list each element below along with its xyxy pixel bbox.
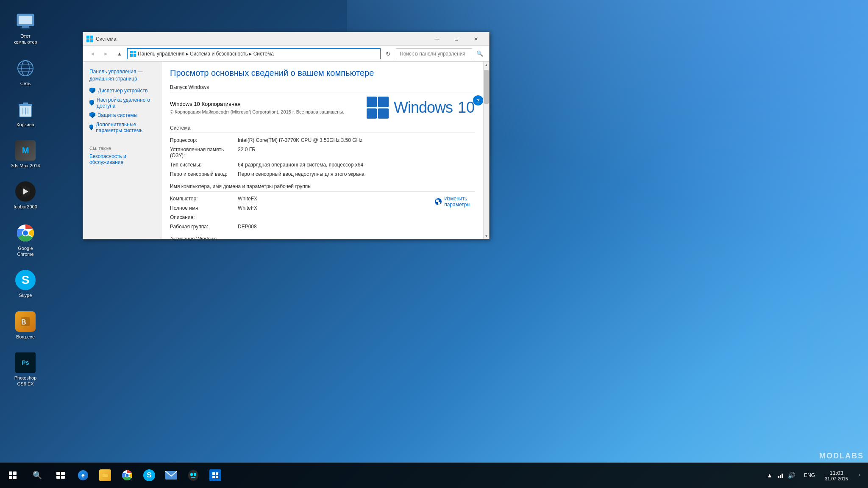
start-button[interactable] bbox=[0, 463, 25, 488]
svg-rect-33 bbox=[56, 476, 60, 479]
sidebar-link-remote-access[interactable]: Настройка удаленного доступа bbox=[83, 95, 161, 111]
tray-network-icon[interactable] bbox=[776, 471, 785, 480]
scroll-down-button[interactable]: ▼ bbox=[484, 233, 490, 239]
desktop-icon-network[interactable]: Сеть bbox=[8, 56, 42, 89]
start-sq-3 bbox=[9, 476, 12, 479]
sidebar-link-advanced-params[interactable]: Дополнительные параметры системы bbox=[83, 120, 161, 135]
svg-point-37 bbox=[126, 474, 129, 477]
search-button[interactable]: 🔍 bbox=[474, 48, 486, 60]
network-icon-label: Сеть bbox=[20, 80, 31, 86]
chrome-icon-label: Google Chrome bbox=[11, 245, 40, 258]
svg-rect-32 bbox=[61, 472, 65, 475]
foobar-icon-label: foobar2000 bbox=[14, 204, 37, 210]
svg-rect-42 bbox=[212, 472, 215, 475]
system-type-label: Тип системы: bbox=[170, 162, 238, 168]
win-logo-tl bbox=[367, 97, 377, 107]
mods-watermark: MODLABS bbox=[819, 452, 864, 460]
win-logo-bl bbox=[367, 108, 377, 119]
svg-rect-44 bbox=[212, 476, 215, 478]
taskbar-explorer-icon[interactable] bbox=[94, 463, 116, 488]
taskbar-taskview-button[interactable] bbox=[49, 463, 72, 488]
taskbar-clock[interactable]: 11:03 31.07.2015 bbox=[820, 463, 853, 488]
svg-rect-30 bbox=[438, 202, 440, 205]
desktop-icon-skype[interactable]: S Skype bbox=[8, 268, 42, 300]
start-sq-1 bbox=[9, 471, 12, 475]
chrome-taskbar-icon bbox=[121, 469, 133, 481]
svg-text:B: B bbox=[21, 319, 26, 326]
svg-point-41 bbox=[194, 473, 196, 476]
shield-icon-1 bbox=[89, 88, 95, 94]
page-title: Просмотр основных сведений о вашем компь… bbox=[170, 68, 475, 78]
help-button[interactable]: ? bbox=[473, 95, 483, 105]
taskbar-skype-taskbar-icon[interactable]: S bbox=[138, 463, 160, 488]
svg-point-18 bbox=[23, 230, 28, 236]
minimize-button[interactable]: — bbox=[427, 32, 447, 46]
taskbar-mail-icon[interactable] bbox=[160, 463, 182, 488]
taskbar-metro-icon[interactable] bbox=[204, 463, 226, 488]
pen-label: Перо и сенсорный ввод: bbox=[170, 171, 238, 177]
workgroup-value: DEP008 bbox=[238, 224, 257, 230]
back-button[interactable]: ◄ bbox=[86, 48, 98, 60]
computer-value: WhiteFX bbox=[238, 196, 257, 202]
desktop-icon-photoshop[interactable]: Ps Photoshop CS6 EX bbox=[8, 350, 42, 389]
help-area: ? bbox=[473, 95, 483, 105]
change-params-link[interactable]: Изменитьпараметры bbox=[444, 196, 470, 208]
desktop-icon-trash[interactable]: Корзина bbox=[8, 97, 42, 130]
taskbar-app-icons: e S bbox=[72, 463, 226, 488]
scroll-up-button[interactable]: ▲ bbox=[484, 62, 490, 68]
tray-chevron[interactable]: ▲ bbox=[765, 471, 774, 480]
taskbar-edge-icon[interactable]: e bbox=[72, 463, 94, 488]
scroll-track[interactable] bbox=[484, 68, 489, 233]
close-button[interactable]: ✕ bbox=[466, 32, 486, 46]
sidebar: Панель управления —домашняя страница Дис… bbox=[83, 62, 161, 239]
fullname-row: Полное имя: WhiteFX bbox=[170, 205, 475, 211]
svg-rect-47 bbox=[780, 475, 781, 478]
desktop-icon-computer[interactable]: Этот компьютер bbox=[8, 8, 42, 47]
sidebar-link-security[interactable]: Безопасность и обслуживание bbox=[83, 152, 161, 167]
svg-rect-25 bbox=[134, 51, 136, 53]
desktop-icon-foobar[interactable]: foobar2000 bbox=[8, 179, 42, 212]
taskbar-chrome-taskbar-icon[interactable] bbox=[116, 463, 138, 488]
svg-rect-20 bbox=[86, 36, 89, 39]
search-input[interactable] bbox=[396, 48, 472, 59]
taskbar-search-button[interactable]: 🔍 bbox=[25, 463, 49, 488]
foobar-icon bbox=[15, 181, 36, 202]
shield-icon-4 bbox=[89, 125, 93, 130]
processor-label: Процессор: bbox=[170, 137, 238, 143]
sidebar-link-device-manager[interactable]: Диспетчер устройств bbox=[83, 86, 161, 95]
system-window: Система — □ ✕ ◄ ► ▲ Панель управления ▸ … bbox=[83, 32, 490, 239]
3dsmax-icon-label: 3ds Max 2014 bbox=[11, 163, 40, 169]
system-type-row: Тип системы: 64-разрядная операционная с… bbox=[170, 162, 475, 168]
svg-rect-27 bbox=[134, 54, 136, 57]
language-indicator[interactable]: ENG bbox=[801, 472, 818, 478]
notification-center-button[interactable] bbox=[855, 471, 864, 480]
fullname-value: WhiteFX bbox=[238, 205, 257, 211]
desktop-icon-3dsmax[interactable]: M 3ds Max 2014 bbox=[8, 138, 42, 171]
sidebar-home-link[interactable]: Панель управления —домашняя страница bbox=[83, 66, 161, 86]
desktop: Этот компьютер Сеть bbox=[0, 0, 868, 488]
alien-taskbar-icon bbox=[187, 469, 199, 481]
window-content: Панель управления —домашняя страница Дис… bbox=[83, 62, 489, 239]
svg-rect-52 bbox=[860, 475, 860, 476]
forward-button[interactable]: ► bbox=[100, 48, 112, 60]
scrollbar[interactable]: ▲ ▼ bbox=[483, 62, 489, 239]
scroll-thumb[interactable] bbox=[484, 70, 489, 104]
windows-logo-area: Windows 10 bbox=[367, 97, 475, 119]
desktop-icons-container: Этот компьютер Сеть bbox=[8, 8, 42, 389]
address-field[interactable]: Панель управления ▸ Система и безопаснос… bbox=[127, 48, 381, 59]
tray-speaker-icon[interactable]: 🔊 bbox=[787, 471, 796, 480]
maximize-button[interactable]: □ bbox=[447, 32, 466, 46]
window-titlebar: Система — □ ✕ bbox=[83, 32, 489, 46]
up-button[interactable]: ▲ bbox=[114, 48, 125, 60]
svg-rect-43 bbox=[216, 472, 218, 475]
pen-value: Перо и сенсорный ввод недоступны для это… bbox=[238, 171, 364, 177]
desktop-icon-borg[interactable]: B Borg.exe bbox=[8, 309, 42, 342]
windows-edition-area: Windows 10 Корпоративная © Корпорация Ма… bbox=[170, 97, 475, 119]
svg-rect-29 bbox=[436, 200, 439, 202]
sidebar-link-system-protection[interactable]: Защита системы bbox=[83, 111, 161, 120]
refresh-button[interactable]: ↻ bbox=[382, 48, 394, 60]
ram-value: 32.0 ГБ bbox=[238, 147, 255, 152]
taskbar-alien-icon[interactable] bbox=[182, 463, 204, 488]
svg-rect-26 bbox=[130, 54, 133, 57]
desktop-icon-chrome[interactable]: Google Chrome bbox=[8, 221, 42, 260]
